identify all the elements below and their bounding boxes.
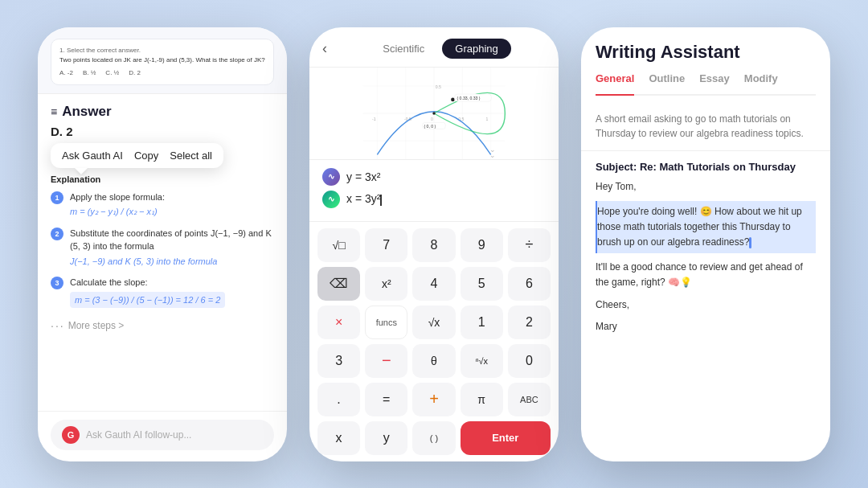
svg-text:-1: -1 [372, 116, 376, 121]
eq1-icon: ∿ [322, 168, 340, 186]
question-text: Two points located on JK are J(-1,-9) an… [59, 55, 265, 65]
key-7[interactable]: 7 [365, 228, 407, 262]
keypad: √□ 7 8 9 ÷ ⌫ x² 4 5 6 × funcs √x 1 2 3 −… [309, 222, 559, 461]
input-placeholder: Ask Gauth AI follow-up... [86, 429, 191, 441]
svg-text:0.5: 0.5 [436, 84, 441, 88]
tab-general[interactable]: General [596, 72, 634, 96]
question-choices: A. -2 B. ½ C. ½ D. 2 [59, 68, 265, 78]
key-6[interactable]: 6 [508, 267, 551, 301]
email-greeting: Hey Tom, [596, 179, 816, 195]
key-root-box[interactable]: √□ [317, 228, 360, 262]
graphing-tab[interactable]: Graphing [442, 39, 510, 59]
key-x-var[interactable]: x [317, 421, 360, 455]
email-output: Subject: Re: Math Tutorials on Thursday … [581, 151, 830, 461]
key-9[interactable]: 9 [461, 228, 503, 262]
email-signoff: Cheers, [596, 297, 816, 313]
gauth-logo: G [62, 426, 80, 444]
eq2-icon: ∿ [322, 191, 340, 208]
step-content-1: Apply the slope formula: m = (y₂ − y₁) /… [70, 191, 165, 219]
svg-text:1: 1 [485, 116, 488, 121]
key-divide[interactable]: ÷ [508, 228, 551, 262]
key-funcs[interactable]: funcs [365, 306, 407, 339]
step-1: 1 Apply the slope formula: m = (y₂ − y₁)… [51, 191, 274, 219]
key-abc[interactable]: ABC [508, 383, 551, 416]
key-multiply[interactable]: × [317, 306, 360, 339]
more-steps[interactable]: ··· More steps > [51, 316, 274, 340]
key-3[interactable]: 3 [317, 344, 360, 378]
back-button[interactable]: ‹ [322, 40, 327, 57]
step-content-2: Substitute the coordinates of points J(−… [70, 227, 274, 269]
context-menu: Ask Gauth AI Copy Select all [51, 143, 223, 168]
step-num-3: 3 [51, 277, 63, 289]
key-equals[interactable]: = [365, 383, 407, 416]
email-body-rest: It'll be a good chance to review and get… [596, 260, 816, 290]
key-parens[interactable]: ( ) [412, 421, 455, 455]
step-num-1: 1 [51, 191, 63, 204]
equation-2: ∿ x = 3y² [322, 191, 546, 208]
email-highlighted: Hope you're doing well! 😊 How about we h… [596, 201, 816, 254]
key-theta[interactable]: θ [412, 344, 455, 378]
key-dot[interactable]: . [317, 383, 360, 416]
key-2[interactable]: 2 [508, 306, 551, 339]
calculator-header: ‹ Scientific Graphing [309, 27, 559, 68]
answer-label: Answer [62, 104, 111, 120]
svg-text:0: 0 [431, 116, 433, 121]
key-5[interactable]: 5 [461, 267, 503, 301]
ask-ai-button[interactable]: Ask Gauth AI [62, 150, 123, 162]
step-num-2: 2 [51, 228, 63, 240]
tab-outline[interactable]: Outline [649, 72, 685, 88]
svg-text:( 0.33, 0.33 ): ( 0.33, 0.33 ) [457, 95, 481, 100]
copy-button[interactable]: Copy [134, 150, 158, 162]
phone-calculator: ‹ Scientific Graphing -0.5 0 0.5 1 -1 0.… [309, 27, 559, 461]
writing-content: Writing Assistant General Outline Essay … [581, 27, 830, 461]
key-sqrt-x[interactable]: √x [412, 306, 455, 339]
scientific-tab[interactable]: Scientific [370, 39, 437, 59]
select-all-button[interactable]: Select all [170, 150, 212, 162]
step-2: 2 Substitute the coordinates of points J… [51, 227, 274, 269]
phone-writing: Writing Assistant General Outline Essay … [581, 27, 830, 461]
follow-up-input[interactable]: G Ask Gauth AI follow-up... [51, 420, 274, 450]
svg-point-19 [432, 112, 435, 114]
key-backspace[interactable]: ⌫ [317, 267, 360, 301]
eq1-text: y = 3x² [346, 170, 380, 183]
key-0[interactable]: 0 [508, 344, 551, 378]
key-nth-root[interactable]: ⁿ√x [461, 344, 503, 378]
equation-1: ∿ y = 3x² [322, 168, 546, 186]
answer-header: ≡ Answer [51, 104, 274, 120]
email-name: Mary [596, 319, 816, 334]
writing-prompt: A short email asking to go to math tutor… [581, 112, 830, 151]
key-x-squared[interactable]: x² [365, 267, 407, 301]
step-content-3: Calculate the slope: m = (3 − (−9)) / (5… [70, 276, 274, 308]
graph-svg: -0.5 0 0.5 1 -1 0.5 ( 0.33, 0.33 ) ( 0, … [309, 68, 559, 159]
tab-essay[interactable]: Essay [699, 72, 730, 88]
answer-icon: ≡ [51, 105, 57, 118]
writing-header: Writing Assistant General Outline Essay … [581, 27, 830, 112]
question-card: 1. Select the correct answer. Two points… [51, 39, 274, 85]
writing-title: Writing Assistant [596, 42, 816, 63]
tab-modify[interactable]: Modify [744, 72, 778, 88]
text-cursor [749, 237, 751, 248]
svg-text:( 0, 0 ): ( 0, 0 ) [424, 123, 436, 128]
answer-value: D. 2 [51, 125, 274, 138]
svg-point-14 [451, 97, 455, 101]
key-y-var[interactable]: y [365, 421, 407, 455]
explanation-label: Explanation [51, 174, 274, 184]
key-plus[interactable]: + [412, 383, 455, 416]
calculator-tabs: Scientific Graphing [335, 39, 546, 59]
phone-math: 1. Select the correct answer. Two points… [38, 27, 287, 461]
key-1[interactable]: 1 [461, 306, 503, 339]
key-pi[interactable]: π [461, 383, 503, 416]
key-8[interactable]: 8 [412, 228, 455, 262]
svg-text:⌄: ⌄ [489, 151, 496, 159]
key-4[interactable]: 4 [412, 267, 455, 301]
question-section: 1. Select the correct answer. Two points… [38, 27, 287, 94]
input-section: G Ask Gauth AI follow-up... [38, 411, 287, 461]
question-number: 1. Select the correct answer. [59, 46, 265, 55]
step-3: 3 Calculate the slope: m = (3 − (−9)) / … [51, 276, 274, 308]
answer-section: ≡ Answer D. 2 Ask Gauth AI Copy Select a… [38, 94, 287, 411]
key-enter[interactable]: Enter [461, 421, 551, 455]
graph-area: -0.5 0 0.5 1 -1 0.5 ( 0.33, 0.33 ) ( 0, … [309, 68, 559, 160]
eq2-text: x = 3y² [346, 192, 382, 205]
email-subject: Subject: Re: Math Tutorials on Thursday [596, 161, 816, 173]
key-minus[interactable]: − [365, 344, 407, 378]
